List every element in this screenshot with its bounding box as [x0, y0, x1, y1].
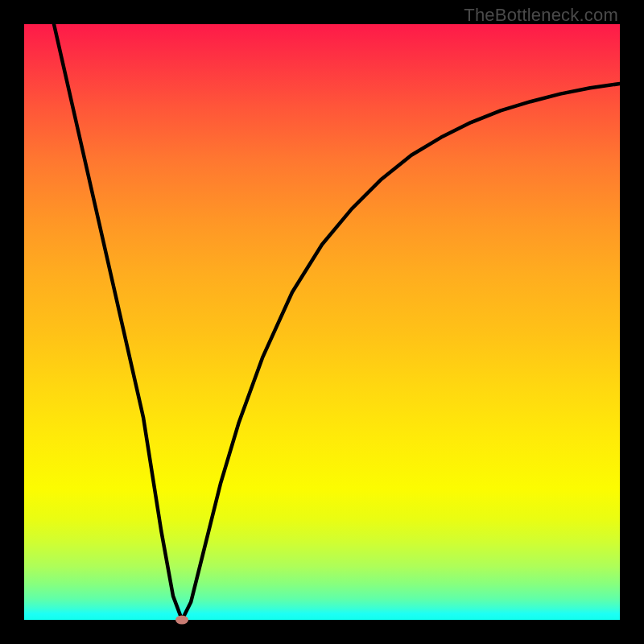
plot-area [24, 24, 620, 620]
chart-frame: TheBottleneck.com [0, 0, 644, 644]
watermark-text: TheBottleneck.com [464, 5, 618, 26]
bottleneck-curve-path [54, 24, 620, 620]
minimum-marker [175, 616, 188, 625]
curve-svg [24, 24, 620, 620]
